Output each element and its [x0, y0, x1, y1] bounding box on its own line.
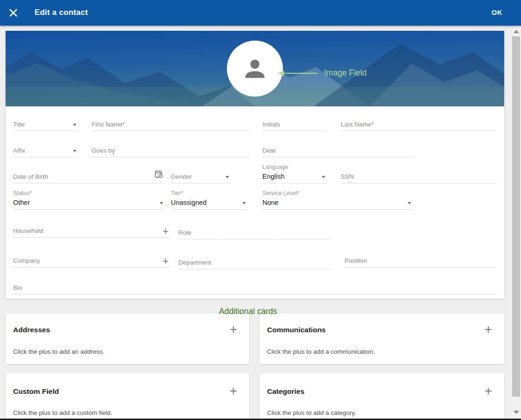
annotation-arrowhead: [278, 70, 284, 76]
title-select[interactable]: Title: [13, 119, 78, 131]
page-title: Edit a contact: [35, 8, 88, 17]
annotation-arrow-line: [284, 73, 317, 74]
scrollbar-thumb[interactable]: [512, 36, 520, 397]
bio-input[interactable]: Bio: [13, 282, 497, 294]
addresses-card: Addresses + Click the plus to add an add…: [6, 314, 249, 364]
app-bar: Edit a contact OK: [0, 0, 521, 26]
dear-label: Dear: [262, 147, 276, 154]
ok-button[interactable]: OK: [492, 9, 502, 16]
categories-card-title: Categories: [267, 387, 304, 396]
ssn-label: SSN: [341, 173, 354, 180]
communications-card-description: Click the plus to add a communication.: [267, 348, 375, 355]
tier-select[interactable]: Tier* Unassigned: [171, 190, 247, 210]
chevron-down-icon: [73, 124, 77, 126]
add-company-icon[interactable]: +: [162, 256, 169, 266]
household-input[interactable]: Household +: [13, 225, 170, 238]
gender-select[interactable]: Gender: [171, 171, 231, 183]
role-input: Role: [178, 227, 331, 239]
add-communication-icon[interactable]: +: [485, 323, 492, 336]
company-label: Company: [13, 257, 40, 264]
chevron-down-icon: [160, 202, 163, 204]
custom-field-card: Custom Field + Click the plus to add a c…: [6, 373, 249, 420]
last-name-input[interactable]: Last Name*: [341, 119, 497, 131]
role-label: Role: [178, 229, 191, 236]
department-input: Department: [178, 257, 331, 269]
language-select[interactable]: Language English: [262, 164, 327, 183]
household-label: Household: [13, 227, 43, 234]
date-of-birth-label: Date of Birth: [13, 173, 48, 180]
department-label: Department: [178, 259, 211, 266]
chevron-down-icon: [408, 202, 411, 204]
status-value: Other: [13, 199, 30, 206]
tier-label: Tier*: [171, 190, 183, 196]
addresses-card-title: Addresses: [13, 326, 50, 334]
first-name-label: First Name*: [92, 121, 125, 128]
add-category-icon[interactable]: +: [485, 385, 492, 398]
service-level-select[interactable]: Service Level* None: [262, 190, 413, 210]
close-icon[interactable]: [8, 7, 19, 18]
scroll-up-arrow-icon[interactable]: [514, 30, 519, 33]
scroll-down-arrow-icon[interactable]: [514, 411, 519, 414]
custom-field-card-description: Click the plus to add a custom field.: [13, 409, 112, 416]
language-label: Language: [262, 164, 289, 170]
goes-by-label: Goes by: [92, 147, 115, 154]
goes-by-input[interactable]: Goes by: [92, 145, 249, 157]
status-label: Status*: [13, 190, 32, 196]
company-input[interactable]: Company +: [13, 255, 170, 267]
initials-input[interactable]: Initials: [262, 119, 326, 131]
contact-image-field[interactable]: [227, 41, 283, 97]
custom-field-card-title: Custom Field: [13, 387, 59, 396]
position-input[interactable]: Position: [345, 255, 497, 267]
chevron-down-icon: [225, 176, 229, 178]
title-label: Title: [13, 121, 25, 128]
chevron-down-icon: [73, 150, 77, 152]
annotation-additional-cards: Additional cards: [219, 307, 277, 316]
add-address-icon[interactable]: +: [230, 323, 237, 336]
categories-card: Categories + Click the plus to add a cat…: [260, 373, 504, 420]
vertical-scrollbar[interactable]: [512, 26, 521, 420]
bio-label: Bio: [13, 284, 22, 291]
language-value: English: [262, 173, 285, 180]
position-label: Position: [345, 257, 367, 264]
annotation-image-field: Image Field: [324, 68, 366, 78]
edit-contact-dialog: Edit a contact OK: [0, 0, 521, 420]
affix-select[interactable]: Affix: [13, 145, 78, 157]
add-custom-field-icon[interactable]: +: [230, 385, 237, 398]
person-icon: [241, 55, 269, 83]
calendar-clock-icon[interactable]: [155, 170, 163, 181]
first-name-input[interactable]: First Name*: [92, 119, 249, 131]
affix-label: Affix: [13, 147, 25, 154]
communications-card: Communications + Click the plus to add a…: [260, 314, 504, 364]
service-level-value: None: [262, 199, 279, 206]
status-select[interactable]: Status* Other: [13, 190, 165, 210]
chevron-down-icon: [242, 202, 246, 204]
addresses-card-description: Click the plus to add an address.: [13, 348, 105, 355]
categories-card-description: Click the plus to add a category.: [267, 409, 356, 416]
contact-form-card: Title First Name* Initials Last Name* Af…: [6, 31, 504, 299]
date-of-birth-input[interactable]: Date of Birth: [13, 171, 164, 183]
dear-input[interactable]: Dear: [262, 145, 413, 157]
ssn-input[interactable]: SSN: [341, 171, 497, 183]
last-name-label: Last Name*: [341, 121, 374, 128]
add-household-icon[interactable]: +: [162, 226, 169, 237]
communications-card-title: Communications: [267, 326, 326, 334]
service-level-label: Service Level*: [262, 190, 300, 196]
initials-label: Initials: [262, 121, 280, 128]
gender-label: Gender: [171, 173, 192, 180]
chevron-down-icon: [322, 176, 325, 178]
tier-value: Unassigned: [171, 199, 207, 206]
